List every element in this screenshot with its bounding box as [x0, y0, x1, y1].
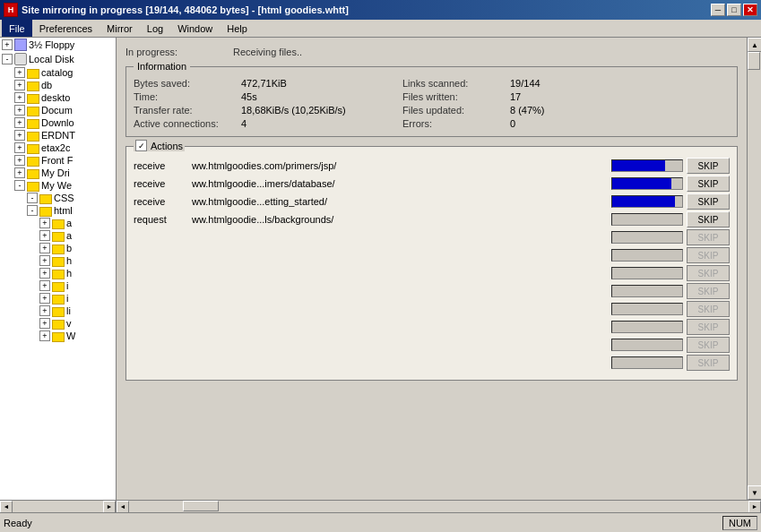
tree-item[interactable]: +i [0, 279, 116, 292]
skip-button[interactable]: SKIP [687, 176, 730, 192]
transfer-row: SKIP [134, 247, 730, 263]
transfer-rate-value: 18,68KiB/s (10,25KiB/s) [241, 105, 402, 116]
tree-item[interactable]: +li [0, 305, 116, 317]
scroll-track[interactable] [748, 52, 761, 485]
menu-file[interactable]: File [2, 20, 32, 37]
main-content-panel: In progress: Receiving files.. Informati… [117, 38, 761, 512]
menu-mirror[interactable]: Mirror [99, 20, 140, 37]
status-bar: Ready NUM [0, 512, 761, 532]
tree-item[interactable]: -html [0, 204, 116, 217]
tree-item[interactable]: +3½ Floppy [0, 38, 116, 52]
transfer-row: SKIP [134, 319, 730, 335]
actions-label: Actions [151, 141, 183, 151]
menu-log[interactable]: Log [140, 20, 170, 37]
bottom-scrollbar[interactable]: ◄ ► [117, 500, 761, 512]
time-label: Time: [134, 91, 241, 102]
active-connections-label: Active connections: [134, 118, 241, 129]
skip-button[interactable]: SKIP [687, 193, 730, 210]
transfer-action: receive [134, 196, 192, 207]
window-title: Site mirroring in progress [19/144, 4840… [22, 4, 349, 15]
transfer-url: ww.htmlgoodies.com/primers/jsp/ [192, 160, 608, 171]
tree-item[interactable]: +catalog [0, 66, 116, 79]
tree-item[interactable]: +a [0, 229, 116, 242]
transfer-progress-bar [611, 177, 683, 190]
minimize-button[interactable]: ─ [711, 4, 725, 16]
skip-button: SKIP [687, 301, 730, 317]
close-button[interactable]: ✕ [743, 4, 757, 16]
transfer-progress-bar [611, 303, 683, 315]
scroll-left-button[interactable]: ◄ [117, 501, 129, 513]
transfer-progress-bar [611, 339, 683, 351]
skip-button[interactable]: SKIP [687, 211, 730, 227]
transfer-row: SKIP [134, 355, 730, 371]
in-progress-row: In progress: Receiving files.. [125, 47, 738, 57]
links-scanned-value: 19/144 [510, 78, 618, 89]
tree-item[interactable]: +db [0, 79, 116, 91]
tree-item[interactable]: +etax2c [0, 142, 116, 154]
tree-item[interactable]: +i [0, 292, 116, 305]
tree-item[interactable]: -CSS [0, 192, 116, 204]
menu-preferences[interactable]: Preferences [32, 20, 99, 37]
transfer-row: receiveww.htmlgoodie...etting_started/SK… [134, 193, 730, 210]
title-bar: H Site mirroring in progress [19/144, 48… [0, 0, 761, 20]
transfer-action: receive [134, 160, 192, 171]
files-written-label: Files written: [402, 91, 510, 102]
transfer-url: ww.htmlgoodie...ls/backgrounds/ [192, 214, 608, 225]
tree-item[interactable]: +h [0, 254, 116, 267]
tree-item[interactable]: +h [0, 267, 116, 279]
file-tree-scroll[interactable]: +3½ Floppy-Local Disk+catalog+db+deskto+… [0, 38, 116, 500]
skip-button: SKIP [687, 247, 730, 263]
tree-item[interactable]: +a [0, 217, 116, 229]
scroll-right-button[interactable]: ► [748, 501, 761, 513]
transfer-progress-bar [611, 159, 683, 172]
skip-button: SKIP [687, 265, 730, 281]
transfer-row: SKIP [134, 337, 730, 353]
files-updated-value: 8 (47%) [510, 105, 618, 116]
tree-item[interactable]: +My Dri [0, 167, 116, 179]
tree-item[interactable]: +b [0, 242, 116, 254]
skip-button: SKIP [687, 283, 730, 299]
transfer-row: receiveww.htmlgoodie...imers/database/SK… [134, 176, 730, 192]
in-progress-label: In progress: [125, 47, 233, 57]
tree-item[interactable]: +ERDNT [0, 129, 116, 142]
scroll-track[interactable] [129, 501, 748, 512]
maximize-button[interactable]: □ [727, 4, 741, 16]
menu-help[interactable]: Help [220, 20, 255, 37]
scroll-thumb[interactable] [183, 501, 219, 511]
tree-item[interactable]: +deskto [0, 91, 116, 104]
right-vertical-scrollbar[interactable]: ▲ ▼ [747, 38, 761, 500]
tree-horizontal-scrollbar[interactable]: ◄ ► [0, 500, 116, 512]
tree-item[interactable]: +v [0, 317, 116, 330]
active-connections-value: 4 [241, 118, 402, 129]
actions-box: ✓ Actions receiveww.htmlgoodies.com/prim… [125, 146, 738, 381]
skip-button[interactable]: SKIP [687, 158, 730, 174]
transfer-progress-bar [611, 195, 683, 208]
transfer-progress-bar [611, 231, 683, 244]
tree-item[interactable]: -My We [0, 179, 116, 192]
transfer-row: requestww.htmlgoodie...ls/backgrounds/SK… [134, 211, 730, 227]
menu-window[interactable]: Window [170, 20, 220, 37]
skip-button: SKIP [687, 229, 730, 245]
tree-item[interactable]: -Local Disk [0, 52, 116, 66]
scroll-up-button[interactable]: ▲ [748, 38, 761, 52]
skip-button: SKIP [687, 355, 730, 371]
scroll-right-button[interactable]: ► [103, 501, 116, 513]
scroll-down-button[interactable]: ▼ [748, 485, 761, 500]
transfer-url: ww.htmlgoodie...imers/database/ [192, 178, 608, 189]
scroll-track[interactable] [13, 501, 103, 512]
scroll-thumb[interactable] [748, 52, 760, 70]
tree-item[interactable]: +Front F [0, 154, 116, 167]
in-progress-value: Receiving files.. [233, 47, 302, 57]
tree-item[interactable]: +Downlo [0, 116, 116, 129]
tree-item[interactable]: +W [0, 330, 116, 342]
transfer-rate-label: Transfer rate: [134, 105, 241, 116]
transfer-progress-bar [611, 267, 683, 279]
skip-button: SKIP [687, 319, 730, 335]
transfer-row: SKIP [134, 265, 730, 281]
bytes-saved-value: 472,71KiB [241, 78, 402, 89]
transfer-progress-bar [611, 285, 683, 297]
files-updated-label: Files updated: [402, 105, 510, 116]
tree-item[interactable]: +Docum [0, 104, 116, 116]
actions-checkbox[interactable]: ✓ [135, 140, 147, 151]
scroll-left-button[interactable]: ◄ [0, 501, 13, 513]
